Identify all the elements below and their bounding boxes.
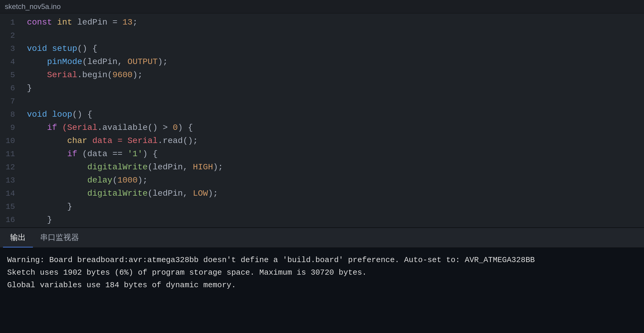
token: () {	[72, 110, 92, 119]
line-content: const int ledPin = 13;	[24, 16, 138, 29]
tab-serial-monitor[interactable]: 串口监视器	[33, 228, 86, 247]
token: }	[27, 215, 52, 224]
token: ledPin	[72, 18, 112, 27]
line-content: digitalWrite(ledPin, LOW);	[24, 187, 218, 200]
line-number: 12	[0, 161, 24, 174]
token: int	[57, 18, 72, 27]
line-number: 2	[0, 29, 24, 42]
token: .read();	[158, 136, 198, 145]
token: (Serial	[57, 123, 97, 132]
line-number: 16	[0, 213, 24, 226]
line-content: digitalWrite(ledPin, HIGH);	[24, 161, 223, 174]
token: .begin(	[77, 70, 113, 80]
token: (data ==	[77, 149, 127, 159]
line-number: 6	[0, 82, 24, 95]
line-content: delay(1000);	[24, 174, 148, 187]
line-content: void setup() {	[24, 42, 97, 55]
code-line: 8void loop() {	[0, 108, 644, 121]
token: );	[213, 162, 223, 172]
code-line: 9 if (Serial.available() > 0) {	[0, 121, 644, 134]
line-content: if (data == '1') {	[24, 148, 158, 161]
bottom-tabs: 输出 串口监视器	[0, 228, 644, 248]
token: OUTPUT	[127, 57, 158, 66]
line-number: 1	[0, 16, 24, 29]
output-area: Warning: Board breadboard:avr:atmega328b…	[0, 248, 644, 333]
output-line: Warning: Board breadboard:avr:atmega328b…	[7, 254, 637, 266]
token: (ledPin,	[148, 189, 193, 198]
token: void	[27, 110, 47, 119]
token: =	[113, 18, 123, 27]
bottom-panel: 输出 串口监视器 Warning: Board breadboard:avr:a…	[0, 227, 644, 333]
token: pinMode	[27, 57, 82, 66]
line-content: char data = Serial.read();	[24, 134, 198, 148]
editor-area: 1const int ledPin = 13;23void setup() {4…	[0, 13, 644, 227]
token: .available() >	[97, 123, 173, 132]
output-line: Global variables use 184 bytes of dynami…	[7, 279, 637, 291]
line-number: 15	[0, 200, 24, 213]
token: digitalWrite	[27, 162, 148, 172]
token: );	[208, 189, 218, 198]
token: 9600	[113, 70, 133, 80]
code-line: 4 pinMode(ledPin, OUTPUT);	[0, 55, 644, 69]
token: digitalWrite	[27, 189, 148, 198]
line-number: 13	[0, 174, 24, 187]
line-number: 9	[0, 121, 24, 134]
line-content: pinMode(ledPin, OUTPUT);	[24, 55, 168, 69]
token: );	[158, 57, 168, 66]
token: void	[27, 44, 47, 53]
token: ) {	[178, 123, 193, 132]
token: if	[27, 123, 57, 132]
output-line: Sketch uses 1902 bytes (6%) of program s…	[7, 266, 637, 279]
code-container: 1const int ledPin = 13;23void setup() {4…	[0, 13, 644, 227]
token: char	[27, 136, 87, 145]
line-number: 3	[0, 42, 24, 55]
code-line: 5 Serial.begin(9600);	[0, 69, 644, 82]
token: ;	[133, 18, 138, 27]
token: 1000	[117, 176, 137, 185]
token: setup	[47, 44, 77, 53]
line-number: 14	[0, 187, 24, 200]
line-number: 8	[0, 108, 24, 121]
code-line: 3void setup() {	[0, 42, 644, 55]
code-line: 14 digitalWrite(ledPin, LOW);	[0, 187, 644, 200]
token: );	[138, 176, 148, 185]
token: const	[27, 18, 57, 27]
tab-output[interactable]: 输出	[3, 228, 33, 247]
line-number: 7	[0, 95, 24, 108]
filename-label: sketch_nov5a.ino	[5, 2, 61, 10]
code-line: 2	[0, 29, 644, 42]
token: ) {	[142, 149, 157, 159]
line-content: if (Serial.available() > 0) {	[24, 121, 193, 134]
line-content: }	[24, 200, 72, 213]
app-layout: sketch_nov5a.ino 1const int ledPin = 13;…	[0, 0, 644, 333]
code-line: 1const int ledPin = 13;	[0, 16, 644, 29]
token: if	[27, 149, 77, 159]
code-line: 7	[0, 95, 644, 108]
token: (ledPin,	[148, 162, 193, 172]
code-line: 15 }	[0, 200, 644, 213]
token: '1'	[127, 149, 142, 159]
token: data = Serial	[87, 136, 158, 145]
token: (ledPin,	[82, 57, 127, 66]
line-content: }	[24, 82, 32, 95]
code-line: 6}	[0, 82, 644, 95]
token: }	[27, 202, 72, 211]
line-content: Serial.begin(9600);	[24, 69, 142, 82]
token: () {	[77, 44, 97, 53]
code-line: 16 }	[0, 213, 644, 226]
line-content: void loop() {	[24, 108, 92, 121]
code-line: 11 if (data == '1') {	[0, 148, 644, 161]
token: );	[133, 70, 143, 80]
token: }	[27, 83, 32, 93]
title-bar: sketch_nov5a.ino	[0, 0, 644, 13]
line-number: 11	[0, 148, 24, 161]
code-line: 13 delay(1000);	[0, 174, 644, 187]
token: Serial	[27, 70, 77, 80]
line-number: 10	[0, 134, 24, 148]
token: LOW	[193, 189, 208, 198]
code-line: 12 digitalWrite(ledPin, HIGH);	[0, 161, 644, 174]
line-content: }	[24, 213, 52, 226]
token: delay	[27, 176, 113, 185]
token: 0	[173, 123, 178, 132]
line-number: 5	[0, 69, 24, 82]
